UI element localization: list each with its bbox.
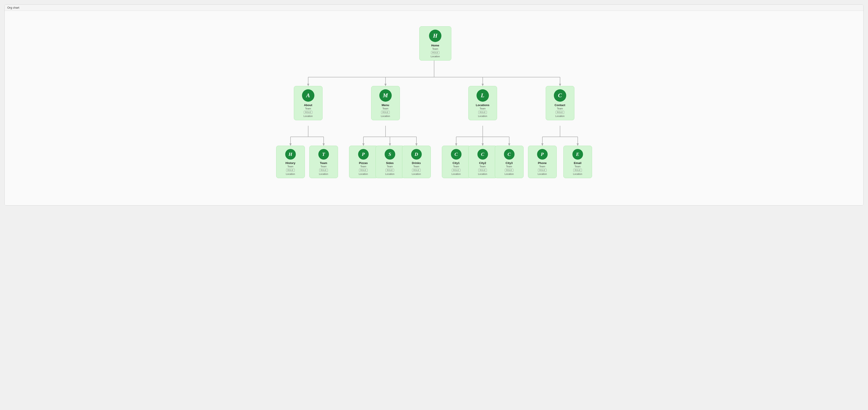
node-role-city2: ROLE (478, 169, 487, 172)
svg-marker-21 (362, 143, 365, 146)
node-team-contact: Team (557, 107, 563, 110)
avatar-team: T (318, 149, 329, 159)
avatar-pizzas: P (358, 149, 369, 159)
org-chart: H Home Team ROLE Location A About Team R… (269, 18, 600, 199)
node-city3[interactable]: C City3 Team ROLE Location (495, 146, 524, 178)
node-menu[interactable]: M Menu Team ROLE Location (371, 86, 400, 120)
node-name-city1: City1 (453, 162, 460, 165)
node-role-history: ROLE (286, 169, 295, 172)
svg-marker-22 (389, 143, 391, 146)
node-name-locations: Locations (476, 104, 489, 107)
node-contact[interactable]: C Contact Team ROLE Location (546, 86, 575, 120)
svg-marker-30 (482, 143, 484, 146)
node-name-pizzas: Pizzas (359, 162, 368, 165)
node-city1[interactable]: C City1 Team ROLE Location (442, 146, 471, 178)
node-team-city2: Team (479, 165, 486, 168)
node-role-home: ROLE (431, 51, 440, 54)
title-bar: Org chart (5, 5, 863, 11)
avatar-menu: M (379, 89, 392, 102)
node-role-email: ROLE (573, 169, 582, 172)
svg-marker-36 (541, 143, 544, 146)
node-name-city2: City2 (479, 162, 486, 165)
svg-marker-9 (559, 84, 561, 86)
node-name-city3: City3 (506, 162, 513, 165)
node-role-pizzas: ROLE (359, 169, 368, 172)
node-location-locations: Location (478, 115, 487, 117)
node-name-team: Team (320, 162, 327, 165)
node-location-phone: Location (538, 173, 547, 175)
node-name-menu: Menu (382, 104, 389, 107)
node-name-phone: Phone (538, 162, 547, 165)
node-location-drinks: Location (412, 173, 421, 175)
node-team-about: Team (305, 107, 311, 110)
svg-marker-7 (384, 84, 386, 86)
node-name-drinks: Drinks (412, 162, 421, 165)
node-location-team: Location (319, 173, 328, 175)
node-role-menu: ROLE (381, 111, 390, 114)
node-team-team: Team (320, 165, 327, 168)
node-location-pizzas: Location (359, 173, 368, 175)
avatar-drinks: D (411, 149, 422, 159)
avatar-city1: C (451, 149, 462, 159)
node-role-locations: ROLE (478, 111, 487, 114)
node-team-drinks: Team (413, 165, 419, 168)
avatar-phone: P (537, 149, 548, 159)
avatar-history: H (285, 149, 296, 159)
node-phone[interactable]: P Phone Team ROLE Location (528, 146, 557, 178)
node-location-city2: Location (478, 173, 487, 175)
svg-marker-37 (577, 143, 579, 146)
node-role-phone: ROLE (538, 169, 547, 172)
node-role-sides: ROLE (385, 169, 394, 172)
svg-marker-31 (508, 143, 510, 146)
svg-marker-23 (415, 143, 417, 146)
avatar-email: E (572, 149, 583, 159)
node-role-about: ROLE (304, 111, 312, 114)
node-team-email: Team (575, 165, 581, 168)
svg-marker-6 (307, 84, 309, 86)
node-name-home: Home (431, 44, 439, 47)
svg-marker-14 (289, 143, 291, 146)
node-location-about: Location (304, 115, 313, 117)
node-location-contact: Location (555, 115, 565, 117)
app-window: Org chart (4, 4, 864, 206)
node-name-contact: Contact (555, 104, 565, 107)
avatar-locations: L (476, 89, 489, 102)
node-role-contact: ROLE (556, 111, 564, 114)
node-history[interactable]: H History Team ROLE Location (276, 146, 305, 178)
node-team-city3: Team (506, 165, 512, 168)
node-location-city1: Location (452, 173, 461, 175)
node-location-city3: Location (504, 173, 514, 175)
node-team-menu: Team (382, 107, 389, 110)
node-location-email: Location (573, 173, 582, 175)
node-team-phone: Team (539, 165, 545, 168)
svg-marker-29 (455, 143, 457, 146)
node-team-city1: Team (453, 165, 459, 168)
node-location-menu: Location (381, 115, 390, 117)
avatar-contact: C (554, 89, 566, 102)
node-team-history: Team (287, 165, 293, 168)
node-locations[interactable]: L Locations Team ROLE Location (468, 86, 497, 120)
node-team-pizzas: Team (360, 165, 366, 168)
node-name-about: About (304, 104, 312, 107)
node-team[interactable]: T Team Team ROLE Location (309, 146, 338, 178)
node-role-drinks: ROLE (412, 169, 421, 172)
node-team-home: Team (432, 48, 438, 50)
node-team-locations: Team (479, 107, 486, 110)
node-email[interactable]: E Email Team ROLE Location (563, 146, 592, 178)
node-location-home: Location (431, 55, 440, 58)
node-about[interactable]: A About Team ROLE Location (294, 86, 322, 120)
avatar-sides: S (384, 149, 395, 159)
node-city2[interactable]: C City2 Team ROLE Location (468, 146, 497, 178)
node-sides[interactable]: S Sides Team ROLE Location (376, 146, 404, 178)
node-name-email: Email (574, 162, 582, 165)
window-title: Org chart (7, 6, 19, 9)
node-drinks[interactable]: D Drinks Team ROLE Location (402, 146, 431, 178)
node-pizzas[interactable]: P Pizzas Team ROLE Location (349, 146, 378, 178)
svg-marker-8 (482, 84, 484, 86)
chart-area: H Home Team ROLE Location A About Team R… (5, 11, 863, 205)
avatar-home: H (429, 30, 441, 42)
node-role-team: ROLE (319, 169, 328, 172)
node-role-city3: ROLE (505, 169, 514, 172)
node-role-city1: ROLE (452, 169, 460, 172)
node-home[interactable]: H Home Team ROLE Location (419, 26, 451, 61)
